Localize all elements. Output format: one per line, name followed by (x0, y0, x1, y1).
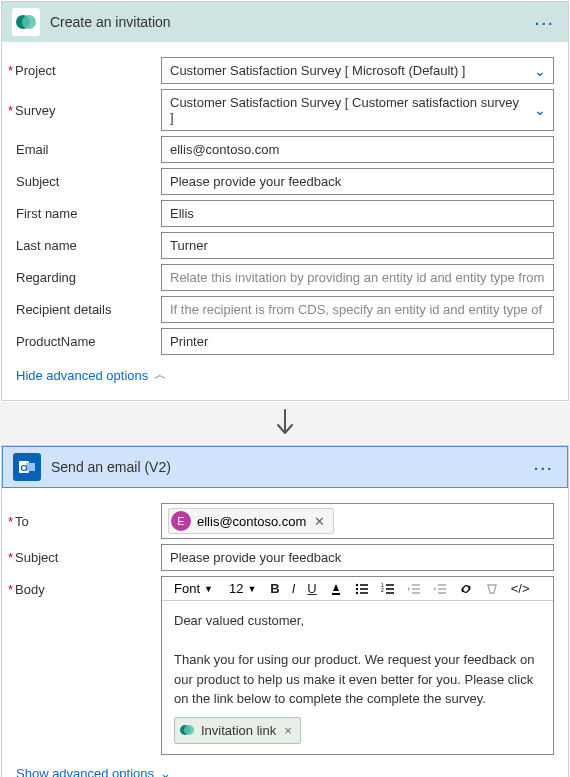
font-size-select[interactable]: 12▼ (225, 581, 260, 596)
number-list-button[interactable]: 12 (379, 582, 397, 596)
recipient-chip-text: ellis@contoso.com (197, 514, 306, 529)
productname-input[interactable] (161, 328, 554, 355)
email-input[interactable] (161, 136, 554, 163)
adv-link-label: Show advanced options (16, 766, 154, 777)
triangle-down-icon: ▼ (247, 584, 256, 594)
regarding-input[interactable] (161, 264, 554, 291)
firstname-input[interactable] (161, 200, 554, 227)
svg-text:O: O (20, 463, 27, 473)
code-view-button[interactable]: </> (509, 581, 532, 596)
create-invitation-card: Create an invitation ··· Project Custome… (1, 1, 569, 401)
arrow-down-icon (274, 408, 296, 438)
svg-point-1 (22, 15, 36, 29)
subject-label: Subject (16, 174, 161, 189)
indent-button[interactable] (431, 582, 449, 596)
to-input[interactable]: E ellis@contoso.com ✕ (161, 503, 554, 539)
hide-advanced-options-link[interactable]: Hide advanced options ︿ (16, 366, 167, 384)
regarding-label: Regarding (16, 270, 161, 285)
rich-text-editor: Font▼ 12▼ B I U 12 </> (161, 576, 554, 755)
adv-link-label: Hide advanced options (16, 368, 148, 383)
more-button[interactable]: ··· (529, 456, 557, 479)
card-header[interactable]: Create an invitation ··· (2, 2, 568, 42)
subject-label: Subject (16, 550, 161, 565)
body-greeting: Dear valued customer, (174, 611, 541, 631)
recipient-avatar: E (171, 511, 191, 531)
send-email-card: O Send an email (V2) ··· To E ellis@cont… (1, 445, 569, 777)
token-label: Invitation link (201, 721, 276, 741)
svg-text:2: 2 (381, 587, 384, 593)
underline-button[interactable]: U (305, 581, 318, 596)
show-advanced-options-link[interactable]: Show advanced options ⌄ (16, 766, 171, 777)
body-label: Body (16, 576, 161, 597)
outlook-icon: O (13, 453, 41, 481)
card-title: Send an email (V2) (51, 459, 529, 475)
body-paragraph: Thank you for using our product. We requ… (174, 650, 541, 709)
chevron-down-icon: ⌄ (160, 766, 171, 777)
recipient-chip[interactable]: E ellis@contoso.com ✕ (168, 508, 334, 534)
more-button[interactable]: ··· (530, 11, 558, 34)
card-title: Create an invitation (50, 14, 530, 30)
svg-point-7 (356, 591, 358, 593)
card-header[interactable]: O Send an email (V2) ··· (2, 446, 568, 488)
card-body: To E ellis@contoso.com ✕ Subject Body (2, 488, 568, 777)
remove-recipient-icon[interactable]: ✕ (314, 514, 325, 529)
font-select[interactable]: Font▼ (170, 581, 217, 596)
clear-format-button[interactable] (483, 582, 501, 596)
recipient-input[interactable] (161, 296, 554, 323)
link-button[interactable] (457, 582, 475, 596)
recipient-label: Recipient details (16, 302, 161, 317)
outdent-button[interactable] (405, 582, 423, 596)
triangle-down-icon: ▼ (204, 584, 213, 594)
to-label: To (16, 514, 161, 529)
firstname-label: First name (16, 206, 161, 221)
productname-label: ProductName (16, 334, 161, 349)
italic-button[interactable]: I (290, 581, 298, 596)
chevron-up-icon: ︿ (154, 366, 167, 384)
project-select[interactable]: Customer Satisfaction Survey [ Microsoft… (161, 57, 554, 84)
email-label: Email (16, 142, 161, 157)
subject-input[interactable] (161, 168, 554, 195)
flow-connector (0, 402, 570, 444)
bold-button[interactable]: B (268, 581, 281, 596)
survey-select[interactable]: Customer Satisfaction Survey [ Customer … (161, 89, 554, 131)
subject-input[interactable] (161, 544, 554, 571)
project-label: Project (16, 63, 161, 78)
editor-content[interactable]: Dear valued customer, Thank you for usin… (162, 601, 553, 754)
lastname-label: Last name (16, 238, 161, 253)
remove-token-icon[interactable]: × (284, 721, 292, 741)
svg-point-11 (184, 725, 194, 735)
forms-pro-icon (12, 8, 40, 36)
invitation-link-token[interactable]: Invitation link × (174, 717, 301, 745)
font-color-button[interactable] (327, 582, 345, 596)
svg-point-6 (356, 587, 358, 589)
card-body: Project Customer Satisfaction Survey [ M… (2, 42, 568, 400)
survey-label: Survey (16, 103, 161, 118)
bullet-list-button[interactable] (353, 582, 371, 596)
svg-point-5 (356, 583, 358, 585)
lastname-input[interactable] (161, 232, 554, 259)
forms-pro-icon (179, 722, 195, 738)
editor-toolbar: Font▼ 12▼ B I U 12 </> (162, 577, 553, 601)
